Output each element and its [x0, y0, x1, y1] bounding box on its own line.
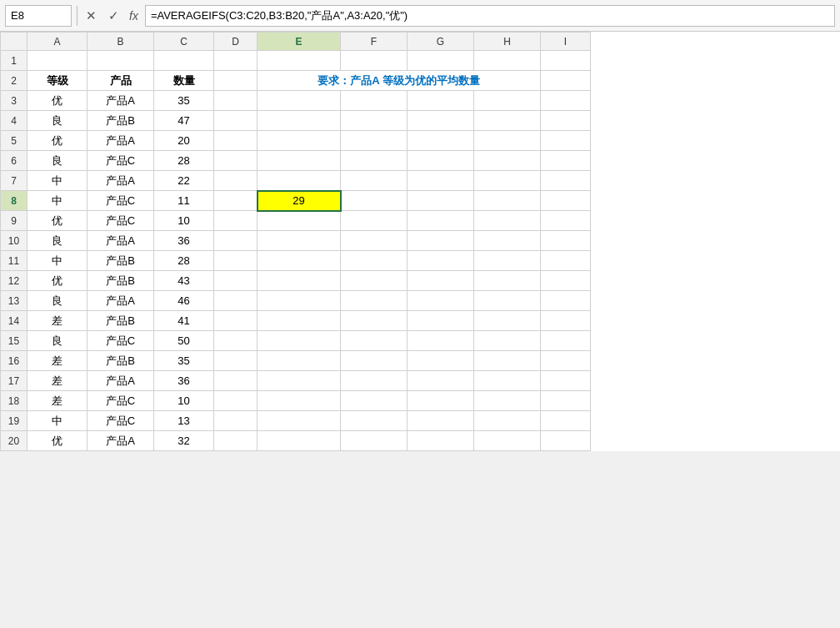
cell-e9[interactable] [258, 211, 341, 231]
row-header-1[interactable]: 1 [1, 51, 28, 71]
cell-a5[interactable]: 优 [28, 131, 88, 151]
cell-b6[interactable]: 产品C [88, 151, 154, 171]
cell-i13[interactable] [541, 291, 591, 311]
cell-h14[interactable] [474, 311, 541, 331]
cell-d7[interactable] [214, 171, 258, 191]
cell-h16[interactable] [474, 351, 541, 371]
row-header-4[interactable]: 4 [1, 111, 28, 131]
cell-i16[interactable] [541, 351, 591, 371]
cancel-icon[interactable]: ✕ [82, 7, 100, 25]
cell-c9[interactable]: 10 [154, 211, 214, 231]
cell-d4[interactable] [214, 111, 258, 131]
row-header-8[interactable]: 8 [1, 191, 28, 211]
cell-c13[interactable]: 46 [154, 291, 214, 311]
cell-e12[interactable] [258, 271, 341, 291]
cell-h19[interactable] [474, 411, 541, 431]
cell-e18[interactable] [258, 391, 341, 411]
cell-a9[interactable]: 优 [28, 211, 88, 231]
col-header-a[interactable]: A [28, 33, 88, 51]
cell-e19[interactable] [258, 411, 341, 431]
cell-h7[interactable] [474, 171, 541, 191]
cell-d2[interactable] [214, 71, 258, 91]
row-header-9[interactable]: 9 [1, 211, 28, 231]
cell-d8[interactable] [214, 191, 258, 211]
cell-g16[interactable] [408, 351, 474, 371]
cell-i2[interactable] [541, 71, 591, 91]
cell-d14[interactable] [214, 311, 258, 331]
cell-d12[interactable] [214, 271, 258, 291]
row-header-3[interactable]: 3 [1, 91, 28, 111]
cell-h4[interactable] [474, 111, 541, 131]
cell-d1[interactable] [214, 51, 258, 71]
cell-f12[interactable] [341, 271, 408, 291]
cell-a15[interactable]: 良 [28, 331, 88, 351]
cell-g18[interactable] [408, 391, 474, 411]
cell-h11[interactable] [474, 251, 541, 271]
cell-d9[interactable] [214, 211, 258, 231]
cell-a8[interactable]: 中 [28, 191, 88, 211]
col-header-d[interactable]: D [214, 33, 258, 51]
cell-h3[interactable] [474, 91, 541, 111]
cell-g10[interactable] [408, 231, 474, 251]
cell-e1[interactable] [258, 51, 341, 71]
cell-g15[interactable] [408, 331, 474, 351]
cell-h12[interactable] [474, 271, 541, 291]
cell-h18[interactable] [474, 391, 541, 411]
cell-a1[interactable] [28, 51, 88, 71]
cell-d18[interactable] [214, 391, 258, 411]
cell-h1[interactable] [474, 51, 541, 71]
cell-d5[interactable] [214, 131, 258, 151]
cell-g12[interactable] [408, 271, 474, 291]
cell-i3[interactable] [541, 91, 591, 111]
cell-i5[interactable] [541, 131, 591, 151]
cell-h8[interactable] [474, 191, 541, 211]
cell-e3[interactable] [258, 91, 341, 111]
cell-a4[interactable]: 良 [28, 111, 88, 131]
cell-h5[interactable] [474, 131, 541, 151]
cell-d17[interactable] [214, 371, 258, 391]
cell-b5[interactable]: 产品A [88, 131, 154, 151]
cell-b7[interactable]: 产品A [88, 171, 154, 191]
cell-g6[interactable] [408, 151, 474, 171]
cell-c8[interactable]: 11 [154, 191, 214, 211]
row-header-7[interactable]: 7 [1, 171, 28, 191]
col-header-i[interactable]: I [541, 33, 591, 51]
cell-d6[interactable] [214, 151, 258, 171]
cell-d19[interactable] [214, 411, 258, 431]
formula-input[interactable] [145, 5, 835, 27]
cell-e20[interactable] [258, 431, 341, 451]
cell-a2[interactable]: 等级 [28, 71, 88, 91]
cell-a14[interactable]: 差 [28, 311, 88, 331]
cell-c18[interactable]: 10 [154, 391, 214, 411]
cell-e14[interactable] [258, 311, 341, 331]
cell-b2[interactable]: 产品 [88, 71, 154, 91]
cell-c12[interactable]: 43 [154, 271, 214, 291]
cell-i8[interactable] [541, 191, 591, 211]
cell-f16[interactable] [341, 351, 408, 371]
cell-f20[interactable] [341, 431, 408, 451]
cell-f6[interactable] [341, 151, 408, 171]
row-header-13[interactable]: 13 [1, 291, 28, 311]
cell-a13[interactable]: 良 [28, 291, 88, 311]
cell-reference-box[interactable]: E8 [5, 5, 72, 27]
cell-d3[interactable] [214, 91, 258, 111]
cell-e5[interactable] [258, 131, 341, 151]
col-header-g[interactable]: G [408, 33, 474, 51]
cell-e11[interactable] [258, 251, 341, 271]
cell-b17[interactable]: 产品A [88, 371, 154, 391]
cell-f15[interactable] [341, 331, 408, 351]
cell-i18[interactable] [541, 391, 591, 411]
cell-a6[interactable]: 良 [28, 151, 88, 171]
row-header-18[interactable]: 18 [1, 391, 28, 411]
cell-i11[interactable] [541, 251, 591, 271]
col-header-h[interactable]: H [474, 33, 541, 51]
cell-c2[interactable]: 数量 [154, 71, 214, 91]
cell-b1[interactable] [88, 51, 154, 71]
cell-e4[interactable] [258, 111, 341, 131]
cell-g8[interactable] [408, 191, 474, 211]
cell-c11[interactable]: 28 [154, 251, 214, 271]
cell-f5[interactable] [341, 131, 408, 151]
cell-c20[interactable]: 32 [154, 431, 214, 451]
cell-d10[interactable] [214, 231, 258, 251]
cell-b9[interactable]: 产品C [88, 211, 154, 231]
